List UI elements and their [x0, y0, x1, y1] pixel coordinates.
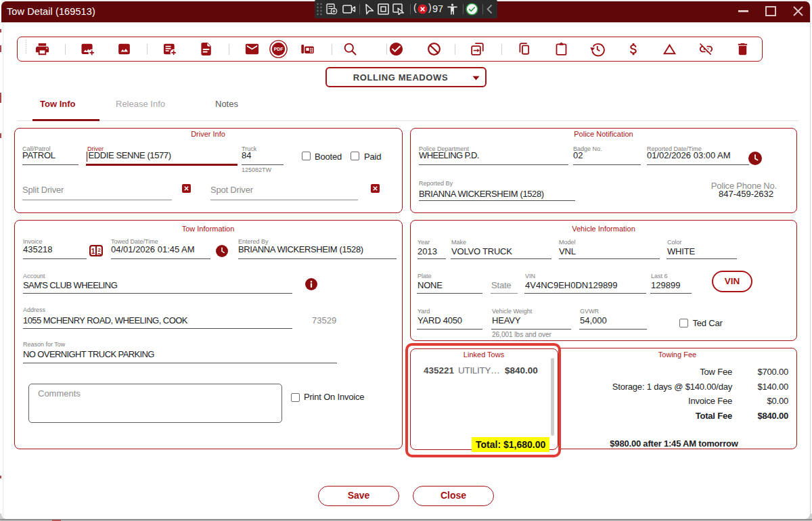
svg-text:1: 1	[91, 248, 95, 255]
svg-text:PDF: PDF	[274, 47, 284, 51]
svg-text:2: 2	[97, 247, 100, 253]
